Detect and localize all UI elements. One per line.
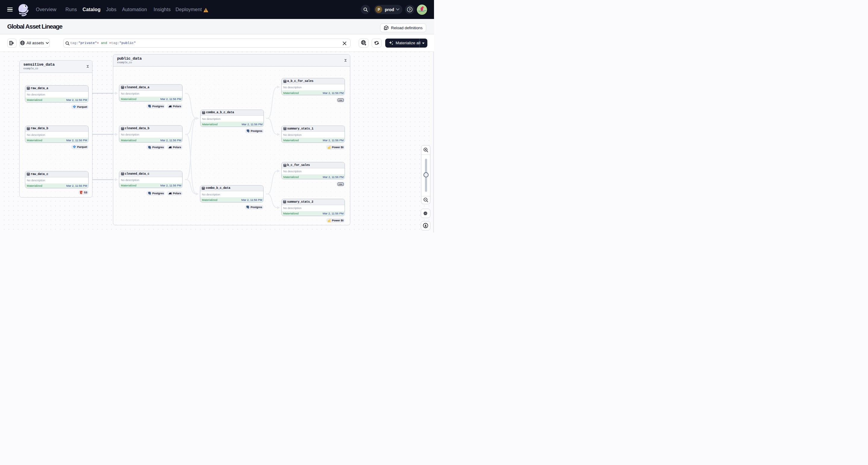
- svg-text:?: ?: [409, 8, 411, 11]
